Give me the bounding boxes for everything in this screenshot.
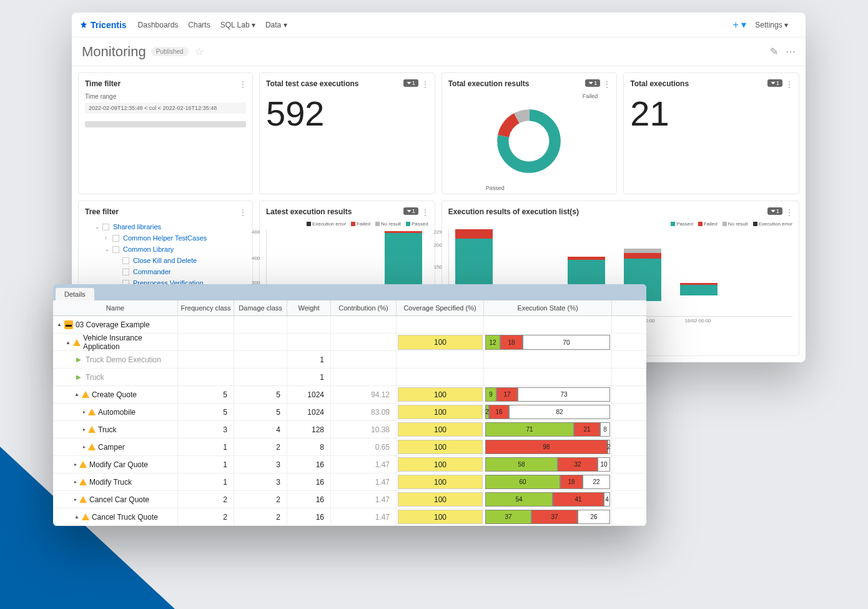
column-header[interactable]: Damage class <box>234 300 287 315</box>
execution-state-cell <box>484 351 612 368</box>
expand-icon[interactable]: ▸ <box>83 444 86 450</box>
chart-legend: Passed Failed No result Execution error <box>448 221 792 227</box>
table-row[interactable]: ▶Truck 1 <box>53 369 646 386</box>
table-row[interactable]: ▲▬03 Coverage Example <box>53 316 646 334</box>
big-number: 21 <box>630 93 792 134</box>
expand-icon[interactable]: ▲ <box>74 392 79 397</box>
tree-item[interactable]: ⌄Shared libraries <box>85 221 246 232</box>
row-name: Create Quote <box>92 390 137 399</box>
execution-state-cell <box>484 316 612 333</box>
warning-icon <box>88 408 96 415</box>
execution-state-cell <box>484 369 612 385</box>
nav-charts[interactable]: Charts <box>188 21 210 29</box>
execution-state-cell: 71218 <box>484 421 612 438</box>
donut-label-passed: Passed <box>486 185 505 191</box>
coverage-cell: 100 <box>398 510 483 524</box>
execution-state-cell: 583210 <box>484 456 612 473</box>
expand-icon[interactable]: ▸ <box>83 409 86 415</box>
column-header[interactable]: Contribution (%) <box>331 300 397 315</box>
details-panel: Details NameFrequency classDamage classW… <box>53 284 646 526</box>
column-header[interactable]: Weight <box>287 300 331 315</box>
expand-icon[interactable]: ▸ <box>74 497 77 502</box>
filter-badge[interactable]: ⏷1 <box>403 207 418 215</box>
filter-badge[interactable]: ⏷1 <box>403 79 418 87</box>
checkbox-icon[interactable] <box>102 224 109 230</box>
coverage-cell: 100 <box>398 335 483 350</box>
nav-sqllab[interactable]: SQL Lab ▾ <box>220 21 255 29</box>
navbar: Tricentis Dashboards Charts SQL Lab ▾ Da… <box>72 12 806 37</box>
expand-icon[interactable]: ▲ <box>66 340 71 345</box>
table-row[interactable]: ▸Automobile 55102483.0910021682 <box>53 404 646 421</box>
table-row[interactable]: ▲Create Quote 55102494.1210091773 <box>53 386 646 404</box>
nav-settings[interactable]: Settings ▾ <box>755 21 788 29</box>
checkbox-icon[interactable] <box>112 235 119 242</box>
time-range-value[interactable]: 2022-02-09T12:35:48 < col < 2022-02-16T1… <box>85 102 246 114</box>
expand-icon[interactable]: ▲ <box>57 322 62 327</box>
filter-badge[interactable]: ⏷1 <box>767 207 782 215</box>
coverage-cell: 100 <box>398 475 483 489</box>
table-header: NameFrequency classDamage classWeightCon… <box>53 300 646 316</box>
add-button[interactable]: + ▾ <box>733 19 747 31</box>
big-number: 592 <box>266 93 428 134</box>
checkbox-icon[interactable] <box>122 269 129 275</box>
star-icon[interactable]: ☆ <box>195 46 204 57</box>
nav-data[interactable]: Data ▾ <box>265 21 287 29</box>
folder-icon: ▬ <box>64 320 73 329</box>
table-row[interactable]: ▸Modify Truck 13161.47100601822 <box>53 473 646 491</box>
card-menu-icon[interactable]: ⋮ <box>785 207 794 217</box>
row-name: Modify Car Quote <box>89 460 148 469</box>
card-menu-icon[interactable]: ⋮ <box>239 79 247 89</box>
warning-icon <box>73 339 81 346</box>
column-header[interactable]: Coverage Specified (%) <box>397 300 484 315</box>
edit-icon[interactable]: ✎ <box>770 46 778 57</box>
table-row[interactable]: ▲Vehicle Insurance Application 100121870 <box>53 334 646 351</box>
time-range-label: Time range <box>85 93 246 100</box>
table-row[interactable]: ▲Cancel Truck Quote 22161.47100373726 <box>53 508 646 526</box>
tree-item[interactable]: ⌄Common Library <box>85 244 246 255</box>
scrollbar[interactable] <box>85 121 246 127</box>
donut-chart <box>495 107 563 176</box>
card-title: Tree filter <box>85 207 246 216</box>
table-row[interactable]: ▸Truck 3412810.3810071218 <box>53 421 646 438</box>
titlebar: Monitoring Published ☆ ✎ ⋯ <box>72 37 806 66</box>
expand-icon[interactable]: ▸ <box>74 479 77 485</box>
card-menu-icon[interactable]: ⋮ <box>603 79 611 89</box>
warning-icon <box>79 496 87 503</box>
expand-icon[interactable]: ▲ <box>74 514 79 520</box>
table-row[interactable]: ▸Modify Car Quote 13161.47100583210 <box>53 456 646 473</box>
warning-icon <box>79 478 87 485</box>
play-icon: ▶ <box>74 373 83 382</box>
table-row[interactable]: ▶Truck Demo Execution 1 <box>53 351 646 369</box>
row-name: Automobile <box>98 408 136 417</box>
nav-dashboards[interactable]: Dashboards <box>138 21 179 29</box>
card-menu-icon[interactable]: ⋮ <box>239 207 247 217</box>
tree-item[interactable]: Commander <box>85 266 246 277</box>
donut-label-failed: Failed <box>583 93 598 99</box>
card-menu-icon[interactable]: ⋮ <box>421 207 430 217</box>
checkbox-icon[interactable] <box>112 246 119 253</box>
column-header[interactable]: Name <box>53 300 178 315</box>
card-menu-icon[interactable]: ⋮ <box>785 79 794 89</box>
expand-icon[interactable]: ▸ <box>83 427 86 432</box>
card-total-testcases: Total test case executions ⏷1 ⋮ 592 <box>259 72 435 194</box>
filter-badge[interactable]: ⏷1 <box>767 79 782 87</box>
column-header[interactable]: Frequency class <box>178 300 234 315</box>
warning-icon <box>79 461 87 468</box>
row-name: Truck <box>98 425 117 434</box>
checkbox-icon[interactable] <box>122 257 129 264</box>
filter-badge[interactable]: ⏷1 <box>585 79 600 87</box>
card-time-filter: Time filter ⋮ Time range 2022-02-09T12:3… <box>78 72 253 194</box>
tree-item[interactable]: ›Common Helper TestCases <box>85 232 246 244</box>
more-icon[interactable]: ⋯ <box>786 46 796 57</box>
brand-logo[interactable]: Tricentis <box>79 20 127 30</box>
warning-icon <box>82 513 89 520</box>
card-title: Execution results of execution list(s) <box>448 207 792 216</box>
table-row[interactable]: ▸Cancel Car Quote 22161.4710054414 <box>53 491 646 508</box>
column-header[interactable]: Execution State (%) <box>484 300 612 315</box>
row-name: Truck Demo Execution <box>86 355 161 364</box>
tree-item[interactable]: Close Kill and Delete <box>85 255 246 266</box>
table-row[interactable]: ▸Camper 1280.65100982 <box>53 438 646 456</box>
card-menu-icon[interactable]: ⋮ <box>421 79 430 89</box>
tab-details[interactable]: Details <box>56 288 94 300</box>
expand-icon[interactable]: ▸ <box>74 462 77 467</box>
